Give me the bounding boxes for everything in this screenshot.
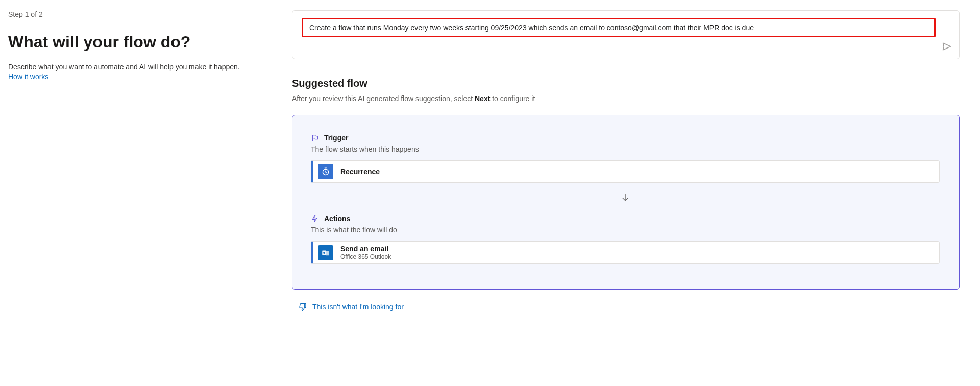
actions-header: Actions [311, 214, 940, 223]
action-step-subtitle: Office 365 Outlook [340, 253, 391, 260]
send-icon[interactable] [942, 41, 952, 52]
step-indicator: Step 1 of 2 [8, 10, 265, 18]
trigger-step-title: Recurrence [340, 167, 380, 176]
arrow-down-icon [311, 192, 940, 202]
prompt-input-container[interactable]: Create a flow that runs Monday every two… [292, 10, 960, 59]
lightning-icon [311, 214, 319, 223]
actions-description: This is what the flow will do [311, 226, 940, 234]
flow-card: Trigger The flow starts when this happen… [292, 115, 960, 290]
page-description: Describe what you want to automate and A… [8, 62, 265, 72]
suggested-flow-subtitle: After you review this AI generated flow … [292, 94, 960, 103]
not-looking-for-link[interactable]: This isn't what I'm looking for [312, 303, 404, 311]
thumbs-down-icon [298, 302, 307, 311]
svg-point-2 [323, 252, 325, 254]
action-step-title: Send an email [340, 245, 391, 253]
prompt-text: Create a flow that runs Monday every two… [302, 18, 936, 37]
page-title: What will your flow do? [8, 33, 265, 52]
trigger-description: The flow starts when this happens [311, 145, 940, 153]
action-step-send-email[interactable]: Send an email Office 365 Outlook [311, 241, 940, 264]
trigger-step-recurrence[interactable]: Recurrence [311, 160, 940, 183]
suggested-flow-title: Suggested flow [292, 78, 960, 89]
trigger-header: Trigger [311, 134, 940, 142]
how-it-works-link[interactable]: How it works [8, 73, 48, 81]
flag-icon [311, 134, 319, 142]
clock-icon [318, 164, 333, 179]
outlook-icon [318, 245, 333, 260]
